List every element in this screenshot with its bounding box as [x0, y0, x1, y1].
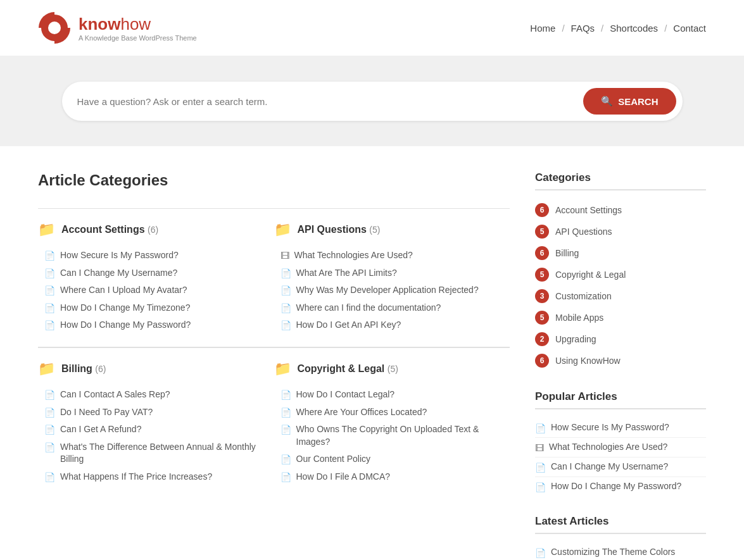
latest-list: 📄Customizing The Theme Colors 📄Recommend…: [535, 543, 706, 560]
section-title: Article Categories: [38, 171, 510, 189]
doc-icon: 📄: [44, 472, 55, 482]
sidebar-cat-link[interactable]: API Questions: [555, 227, 612, 237]
search-button-label: SEARCH: [618, 96, 658, 107]
doc-icon: 📄: [281, 472, 291, 482]
film-icon: 🎞: [535, 443, 544, 453]
cat-badge: 5: [535, 311, 549, 325]
sidebar-item-billing[interactable]: 6 Billing: [535, 242, 706, 264]
sidebar-item-api-questions[interactable]: 5 API Questions: [535, 221, 706, 242]
sidebar-cat-link[interactable]: Customization: [555, 291, 612, 301]
category-account-settings: 📁 Account Settings (6) 📄How Secure Is My…: [38, 208, 274, 347]
sidebar-cat-link[interactable]: Billing: [555, 248, 579, 258]
article-link[interactable]: What Are The API Limits?: [296, 267, 397, 280]
logo[interactable]: knowhow A Knowledge Base WordPress Theme: [38, 11, 197, 44]
article-list-legal: 📄How Do I Contact Legal? 📄Where Are Your…: [274, 386, 510, 486]
list-item: 📄How Do I Change My Timezone?: [44, 299, 274, 317]
doc-icon: 📄: [44, 408, 55, 418]
sidebar-cat-link[interactable]: Upgrading: [555, 334, 596, 344]
nav-faqs[interactable]: FAQs: [571, 23, 595, 34]
nav-shortcodes[interactable]: Shortcodes: [610, 23, 658, 34]
article-link[interactable]: Our Content Policy: [296, 453, 371, 466]
article-link[interactable]: Can I Get A Refund?: [60, 423, 141, 436]
sidebar-item-using-knowhow[interactable]: 6 Using KnowHow: [535, 350, 706, 371]
list-item: 📄How Do I Change My Password?: [44, 316, 274, 334]
search-input[interactable]: [77, 96, 584, 107]
sidebar: Categories 6 Account Settings 5 API Ques…: [535, 171, 706, 560]
category-api-questions: 📁 API Questions (5) 🎞What Technologies A…: [274, 208, 510, 347]
article-link[interactable]: Why Was My Developer Application Rejecte…: [296, 284, 479, 297]
folder-icon: 📁: [274, 361, 291, 377]
article-link[interactable]: What Technologies Are Used?: [294, 249, 413, 262]
latest-article-link[interactable]: Customizing The Theme Colors: [551, 547, 675, 557]
article-link[interactable]: How Do I Change My Password?: [60, 319, 191, 332]
popular-article-link[interactable]: How Do I Change My Password?: [551, 481, 681, 491]
search-icon: 🔍: [601, 96, 613, 107]
doc-icon: 📄: [535, 548, 546, 558]
cat-badge: 6: [535, 203, 549, 217]
category-name: API Questions (5): [298, 224, 381, 235]
article-link[interactable]: How Secure Is My Password?: [60, 249, 179, 262]
article-link[interactable]: Who Owns The Copyright On Uploaded Text …: [296, 423, 510, 448]
doc-icon: 📄: [281, 454, 291, 464]
popular-list: 📄How Secure Is My Password? 🎞What Techno…: [535, 418, 706, 496]
sidebar-item-customization[interactable]: 3 Customization: [535, 285, 706, 307]
list-item: 📄How Secure Is My Password?: [44, 247, 274, 264]
main-content: Article Categories 📁 Account Settings (6…: [0, 146, 744, 560]
category-name: Copyright & Legal (5): [298, 363, 398, 375]
content-area: Article Categories 📁 Account Settings (6…: [38, 171, 535, 560]
doc-icon: 📄: [44, 442, 55, 452]
main-nav: Home / FAQs / Shortcodes / Contact: [530, 23, 706, 34]
sidebar-popular-section: Popular Articles 📄How Secure Is My Passw…: [535, 390, 706, 496]
article-link[interactable]: What Happens If The Price Increases?: [60, 471, 212, 483]
sidebar-popular-title: Popular Articles: [535, 390, 706, 409]
article-link[interactable]: How Do I Change My Timezone?: [60, 302, 190, 314]
sidebar-item-copyright-legal[interactable]: 5 Copyright & Legal: [535, 264, 706, 285]
popular-article-link[interactable]: Can I Change My Username?: [551, 461, 668, 471]
article-list-billing: 📄Can I Contact A Sales Rep? 📄Do I Need T…: [38, 386, 274, 486]
popular-article-link[interactable]: What Technologies Are Used?: [549, 442, 667, 452]
article-link[interactable]: Do I Need To Pay VAT?: [60, 406, 153, 419]
sidebar-item-mobile-apps[interactable]: 5 Mobile Apps: [535, 307, 706, 328]
sidebar-item-upgrading[interactable]: 2 Upgrading: [535, 328, 706, 350]
sidebar-categories-section: Categories 6 Account Settings 5 API Ques…: [535, 171, 706, 371]
sidebar-cat-link[interactable]: Using KnowHow: [555, 356, 621, 366]
category-name: Billing (6): [61, 363, 106, 375]
doc-icon: 📄: [44, 285, 55, 296]
list-item: 📄Do I Need To Pay VAT?: [44, 404, 274, 421]
article-link[interactable]: How Do I File A DMCA?: [296, 471, 391, 483]
sidebar-cat-link[interactable]: Copyright & Legal: [555, 270, 626, 280]
list-item: 📄What's The Difference Between Annual & …: [44, 439, 274, 468]
article-link[interactable]: What's The Difference Between Annual & M…: [60, 441, 274, 466]
list-item: 📄Where can I find the documentation?: [281, 299, 510, 317]
list-item: 📄Who Owns The Copyright On Uploaded Text…: [281, 421, 510, 451]
logo-text: knowhow: [79, 15, 197, 34]
sidebar-item-account-settings[interactable]: 6 Account Settings: [535, 199, 706, 221]
doc-icon: 📄: [44, 251, 55, 261]
popular-article-link[interactable]: How Secure Is My Password?: [551, 422, 669, 432]
article-link[interactable]: Can I Contact A Sales Rep?: [60, 389, 170, 401]
article-link[interactable]: Where can I find the documentation?: [296, 302, 441, 314]
article-link[interactable]: How Do I Contact Legal?: [296, 389, 395, 401]
nav-home[interactable]: Home: [530, 23, 555, 34]
article-link[interactable]: Can I Change My Username?: [60, 267, 177, 280]
list-item: 📄What Happens If The Price Increases?: [44, 468, 274, 486]
article-link[interactable]: Where Can I Upload My Avatar?: [60, 284, 187, 297]
list-item: 📄Can I Contact A Sales Rep?: [44, 386, 274, 404]
doc-icon: 📄: [44, 303, 55, 313]
sidebar-cat-link[interactable]: Account Settings: [555, 205, 622, 215]
sidebar-categories-title: Categories: [535, 171, 706, 190]
article-link[interactable]: Where Are Your Offices Located?: [296, 406, 427, 419]
nav-contact[interactable]: Contact: [673, 23, 706, 34]
sidebar-cat-link[interactable]: Mobile Apps: [555, 313, 603, 323]
list-item: 📄Customizing The Theme Colors: [535, 543, 706, 560]
article-list-account: 📄How Secure Is My Password? 📄Can I Chang…: [38, 247, 274, 334]
search-button[interactable]: 🔍 SEARCH: [583, 88, 676, 115]
doc-icon: 📄: [281, 408, 291, 418]
svg-point-1: [48, 22, 61, 34]
article-link[interactable]: How Do I Get An API Key?: [296, 319, 401, 332]
cat-badge: 6: [535, 354, 549, 368]
doc-icon: 📄: [535, 423, 546, 433]
folder-icon: 📁: [274, 221, 291, 238]
doc-icon: 📄: [281, 425, 291, 435]
cat-badge: 2: [535, 332, 549, 346]
